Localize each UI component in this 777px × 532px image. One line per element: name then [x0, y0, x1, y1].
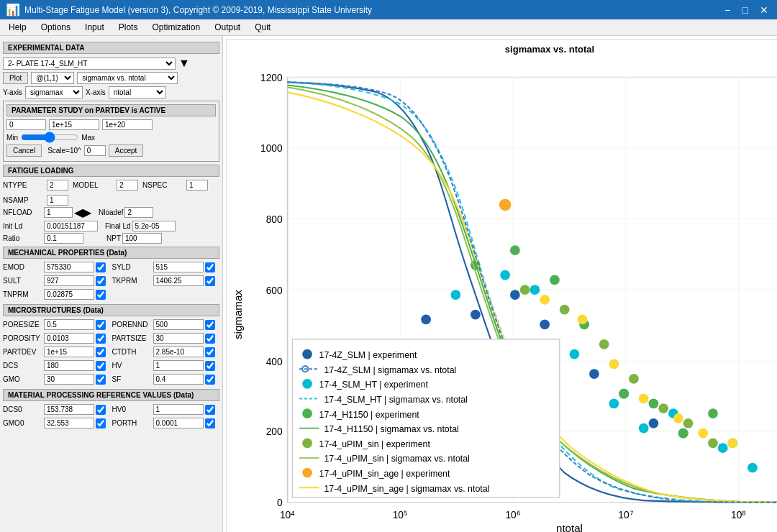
legend-label-slmht-line: 17-4_SLM_HT | sigmamax vs. ntotal [324, 395, 467, 405]
poresize-checkbox[interactable] [96, 320, 106, 330]
nspec-input[interactable] [186, 180, 208, 191]
legend-label-upim-line: 17-4_uPIM_sin | sigmamax vs. ntotal [324, 454, 469, 464]
menu-quit[interactable]: Quit [252, 21, 273, 34]
dcs-input[interactable] [44, 360, 94, 371]
hv-checkbox[interactable] [205, 361, 215, 371]
partsize-row: PARTSIZE [112, 333, 220, 344]
menu-help[interactable]: Help [6, 21, 29, 34]
ctdth-checkbox[interactable] [205, 347, 215, 357]
dot-upimage-3 [609, 359, 619, 369]
dot-upim-6 [658, 403, 668, 413]
gmo-input[interactable] [44, 374, 94, 385]
dcs0-input[interactable] [44, 404, 94, 415]
partdev-label: PARTDEV [3, 348, 42, 356]
hv0-row: HV0 [112, 404, 220, 415]
initld-input[interactable] [44, 221, 98, 231]
param-slider[interactable] [21, 132, 78, 143]
menu-input[interactable]: Input [82, 21, 107, 34]
plot-type-dropdown[interactable]: sigmamax vs. ntotal [77, 72, 178, 84]
model-input[interactable] [117, 180, 138, 191]
nfload-input[interactable] [44, 207, 73, 218]
scale-label: Scale=10^ [47, 147, 81, 155]
tkprm-input[interactable] [153, 275, 204, 286]
ytick-600: 600 [266, 285, 283, 296]
ctdth-input[interactable] [153, 347, 204, 357]
porosity-input[interactable] [44, 333, 94, 344]
plot-at-dropdown[interactable]: @(1,1) [31, 72, 74, 84]
porennd-label: PORENND [112, 321, 152, 329]
syld-checkbox[interactable] [205, 262, 215, 272]
nfload-label: NFLOAD [3, 208, 42, 216]
gmo0-input[interactable] [44, 418, 94, 428]
tnprm-checkbox[interactable] [96, 290, 106, 300]
menu-output[interactable]: Output [212, 21, 243, 34]
sf-input[interactable] [153, 374, 204, 385]
nfload-spinner-icon[interactable]: ◀▶ [74, 206, 91, 219]
title-bar: 📊 Multi-Stage Fatigue Model (version 3),… [0, 0, 777, 19]
porth-input[interactable] [153, 418, 204, 428]
sult-checkbox[interactable] [96, 276, 106, 286]
ntype-input[interactable] [47, 180, 68, 191]
menu-options[interactable]: Options [38, 21, 73, 34]
poresize-input[interactable] [44, 319, 94, 330]
gmo-checkbox[interactable] [96, 375, 106, 385]
emod-input[interactable] [44, 262, 94, 272]
maximize-button[interactable]: □ [740, 4, 751, 16]
sf-checkbox[interactable] [205, 375, 215, 385]
hv0-checkbox[interactable] [205, 405, 215, 415]
menu-optimization[interactable]: Optimization [149, 21, 203, 34]
npt-input[interactable] [122, 233, 162, 244]
nloadef-input[interactable] [124, 207, 153, 218]
param-val2-input[interactable] [102, 119, 153, 130]
nsamp-label: NSAMP [3, 196, 42, 204]
dcs0-checkbox[interactable] [96, 405, 106, 415]
sult-input[interactable] [44, 275, 94, 286]
partdev-checkbox[interactable] [96, 347, 106, 357]
legend-dot-slmht [302, 379, 312, 389]
partdev-input[interactable] [44, 347, 94, 357]
gmo0-checkbox[interactable] [96, 418, 106, 428]
ratio-input[interactable] [44, 233, 83, 244]
porosity-checkbox[interactable] [96, 334, 106, 344]
porth-checkbox[interactable] [205, 418, 215, 428]
specimen-dropdown[interactable]: 2- PLATE 17-4_SLM_HT [3, 58, 176, 70]
finalld-input[interactable] [132, 221, 176, 231]
tkprm-checkbox[interactable] [205, 276, 215, 286]
dot-h1150-5 [619, 389, 629, 399]
dcs-checkbox[interactable] [96, 361, 106, 371]
close-button[interactable]: ✕ [757, 4, 771, 16]
nsamp-input[interactable] [47, 195, 68, 206]
yaxis-dropdown[interactable]: sigmamax [25, 86, 83, 98]
tnprm-input[interactable] [44, 289, 94, 300]
main-layout: EXPERIMENTAL DATA 2- PLATE 17-4_SLM_HT ▼… [0, 36, 777, 532]
chart-title: sigmamax vs. ntotal [227, 40, 777, 55]
scale-input[interactable] [84, 145, 106, 156]
param-val1-input[interactable] [49, 119, 99, 130]
menu-plots[interactable]: Plots [116, 21, 141, 34]
param-study-header: PARAMETER STUDY on PARTDEV is ACTIVE [6, 104, 216, 116]
specimen-expand-icon[interactable]: ▼ [178, 57, 190, 70]
dot-slmht-5 [609, 398, 619, 408]
porennd-checkbox[interactable] [205, 320, 215, 330]
minimize-button[interactable]: − [722, 4, 733, 16]
param-val0-input[interactable] [6, 119, 46, 130]
partsize-input[interactable] [153, 333, 204, 344]
hv-input[interactable] [153, 360, 204, 371]
sf-label: SF [112, 375, 152, 383]
accept-button[interactable]: Accept [109, 145, 144, 157]
syld-input[interactable] [153, 262, 204, 272]
hv0-input[interactable] [153, 404, 204, 415]
plot-button[interactable]: Plot [3, 72, 28, 84]
partsize-checkbox[interactable] [205, 334, 215, 344]
right-panel: sigmamax vs. ntotal sigmamax 1200 1000 8… [223, 36, 777, 532]
xaxis-dropdown[interactable]: ntotal [109, 86, 166, 98]
cancel-button[interactable]: Cancel [6, 145, 42, 157]
mat-proc-header: MATERIAL PROCESSING REFERENCE VALUES (Da… [3, 389, 219, 401]
sult-row: SULT [3, 275, 111, 286]
ytick-400: 400 [266, 357, 283, 367]
porennd-input[interactable] [153, 319, 204, 330]
left-panel: EXPERIMENTAL DATA 2- PLATE 17-4_SLM_HT ▼… [0, 36, 223, 532]
legend-dot-slm [302, 349, 312, 359]
dcs0-row: DCS0 [3, 404, 111, 415]
emod-checkbox[interactable] [96, 262, 106, 272]
